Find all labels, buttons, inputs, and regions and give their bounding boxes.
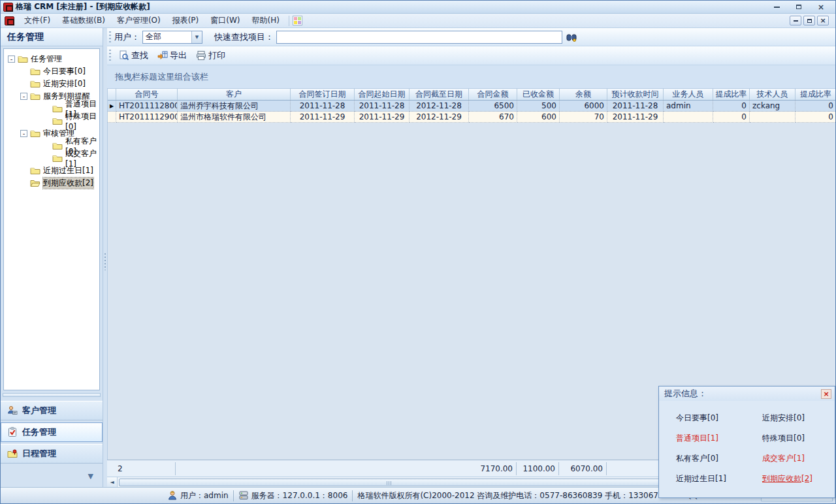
folder-icon [30, 67, 40, 76]
nav-customer-management[interactable]: 客户管理 [1, 401, 103, 420]
toolbar-grip[interactable] [109, 50, 111, 61]
export-icon [157, 50, 168, 61]
col-commission-rate[interactable]: 提成比率 [713, 89, 750, 101]
child-close-button[interactable]: × [817, 16, 829, 25]
popup-items: 今日要事[0] 近期安排[0] 普通项目[1] 特殊项目[0] 私有客户[0] … [659, 401, 835, 484]
menu-help[interactable]: 帮助(H) [246, 14, 285, 27]
menu-window[interactable]: 窗口(W) [204, 14, 246, 27]
col-sign-date[interactable]: 合同签订日期 [291, 89, 355, 101]
popup-item-deal-customer[interactable]: 成交客户[1] [762, 453, 835, 464]
window-minimize-button[interactable] [771, 3, 782, 12]
col-received-amount[interactable]: 已收金额 [517, 89, 560, 101]
customers-icon [7, 405, 18, 416]
export-button[interactable]: 导出 [153, 48, 191, 63]
menu-bar: 文件(F) 基础数据(B) 客户管理(O) 报表(P) 窗口(W) 帮助(H) … [1, 14, 835, 28]
grid-header-row: 合同号 客户 合同签订日期 合同起始日期 合同截至日期 合同金额 已收金额 余额… [108, 89, 835, 101]
collapse-icon[interactable]: - [8, 55, 15, 63]
print-button[interactable]: 打印 [191, 48, 230, 63]
col-tech-person[interactable]: 技术人员 [750, 89, 796, 101]
folder-icon [30, 91, 40, 101]
popup-title-bar: 提示信息： × [659, 386, 835, 401]
table-row[interactable]: ▶ HT20111128001 温州乔宇科技有限公司 2011-11-28 20… [108, 101, 835, 112]
quick-find-input[interactable] [276, 31, 562, 44]
collapse-icon[interactable]: - [20, 130, 27, 137]
folder-icon [52, 153, 63, 163]
child-minimize-button[interactable] [790, 16, 801, 25]
popup-item-normal-project[interactable]: 普通项目[1] [676, 433, 762, 444]
sidebar-splitter[interactable] [3, 393, 101, 397]
tree-item-task-root[interactable]: - 任务管理 [4, 53, 99, 65]
title-bar: 格瑞 CRM [未注册] - [到期应收帐款] × [1, 1, 835, 14]
combo-dropdown-icon[interactable]: ▼ [191, 31, 202, 43]
child-restore-button[interactable] [803, 16, 815, 25]
chevron-down-icon[interactable]: ▼ [88, 472, 93, 480]
app-window: 格瑞 CRM [未注册] - [到期应收帐款] × 文件(F) 基础数据(B) … [0, 0, 836, 504]
quick-find-label: 快速查找项目： [214, 31, 274, 43]
find-button[interactable]: 查找 [114, 48, 153, 63]
nav-schedule-management[interactable]: 日程管理 [1, 444, 103, 464]
tree-item-birthday[interactable]: 近期过生日[1] [4, 165, 99, 177]
theme-palette-icon[interactable] [293, 16, 302, 25]
print-icon [196, 50, 206, 61]
popup-title: 提示信息： [664, 388, 707, 400]
popup-item-today[interactable]: 今日要事[0] [676, 413, 762, 424]
tree-item-recent-plan[interactable]: 近期安排[0] [4, 78, 99, 90]
server-icon [238, 490, 249, 501]
popup-item-birthday[interactable]: 近期过生日[1] [676, 473, 762, 484]
nav-task-management[interactable]: 任务管理 [1, 422, 103, 442]
col-commission-rate-2[interactable]: 提成比率 [796, 89, 835, 101]
sidebar: 任务管理 - 任务管理 今日要事[0] 近期安排[0] - [1, 28, 103, 487]
col-contract-no[interactable]: 合同号 [116, 89, 178, 101]
group-by-bar[interactable]: 拖曳栏标题这里组合该栏 [107, 65, 835, 89]
col-customer[interactable]: 客户 [178, 89, 291, 101]
popup-item-due-receivables[interactable]: 到期应收款[2] [762, 473, 835, 484]
folder-icon [30, 166, 40, 176]
folder-open-icon [30, 178, 40, 188]
menu-reports[interactable]: 报表(P) [167, 14, 205, 27]
user-icon [167, 490, 178, 501]
folder-icon [52, 104, 63, 114]
received-amount-total: 1100.00 [517, 462, 559, 475]
popup-item-recent-plan[interactable]: 近期安排[0] [762, 413, 835, 424]
schedule-icon [7, 449, 18, 459]
col-contract-amount[interactable]: 合同金额 [469, 89, 517, 101]
row-count: 2 [107, 462, 176, 475]
action-toolbar: 查找 导出 打印 [107, 46, 835, 65]
scrollbar-thumb[interactable] [119, 479, 660, 486]
selected-row-indicator: ▶ [108, 101, 116, 112]
contract-amount-total: 7170.00 [468, 462, 517, 475]
tree-item-due-receivables[interactable]: 到期应收款[2] [4, 177, 99, 189]
binoculars-search-icon[interactable] [566, 32, 577, 42]
window-close-button[interactable]: × [816, 3, 826, 12]
user-filter-combobox[interactable]: 全部 ▼ [142, 31, 202, 44]
user-filter-label: 用户： [114, 31, 140, 43]
toolbar-grip[interactable] [109, 31, 111, 43]
panel-splitter[interactable] [103, 28, 107, 487]
menu-customer-mgmt[interactable]: 客户管理(O) [111, 14, 167, 27]
table-row[interactable]: HT20111129001 温州市格瑞软件有限公司 2011-11-29 201… [108, 112, 835, 123]
collapse-icon[interactable]: - [20, 93, 27, 100]
reminder-popup: 提示信息： × 今日要事[0] 近期安排[0] 普通项目[1] 特殊项目[0] … [658, 386, 835, 498]
col-balance[interactable]: 余额 [560, 89, 607, 101]
tree-item-special-project[interactable]: 特殊项目[0] [4, 115, 99, 127]
menu-file[interactable]: 文件(F) [18, 14, 56, 27]
tree-item-deal-customer[interactable]: 成交客户[1] [4, 152, 99, 165]
status-copyright: 格瑞软件版权所有(C)2000-2012 咨询及维护电话：0577-863608… [357, 490, 698, 501]
col-expected-date[interactable]: 预计收款时间 [607, 89, 664, 101]
balance-total: 6070.00 [559, 462, 607, 475]
popup-item-private-customer[interactable]: 私有客户[0] [676, 453, 762, 464]
app-logo-icon [3, 3, 13, 12]
status-server: 服务器：127.0.0.1：8006 [238, 490, 348, 501]
window-restore-button[interactable] [794, 3, 804, 12]
menu-base-data[interactable]: 基础数据(B) [56, 14, 111, 27]
folder-icon [18, 54, 28, 64]
col-sales-person[interactable]: 业务人员 [664, 89, 713, 101]
status-user: 用户：admin [167, 490, 229, 501]
popup-close-icon[interactable]: × [821, 389, 831, 399]
popup-item-special-project[interactable]: 特殊项目[0] [762, 433, 835, 444]
col-end-date[interactable]: 合同截至日期 [410, 89, 469, 101]
col-start-date[interactable]: 合同起始日期 [355, 89, 410, 101]
tree-item-today[interactable]: 今日要事[0] [4, 65, 99, 78]
tasks-icon [7, 427, 18, 437]
scroll-left-icon[interactable]: ◄ [107, 477, 118, 487]
